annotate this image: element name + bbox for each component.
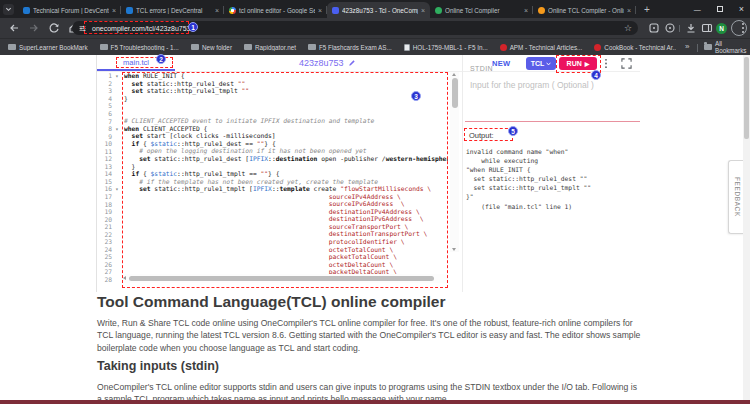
scroll-up-arrow[interactable] (452, 73, 456, 76)
tab-title: 423z8u753 - Tcl - OneCompiler (342, 7, 418, 14)
document-title[interactable]: 423z8u753 (299, 58, 356, 68)
bookmark-icon (594, 44, 601, 51)
document-title-text: 423z8u753 (299, 58, 344, 68)
more-options-icon[interactable] (604, 58, 608, 69)
download-icon[interactable] (685, 22, 697, 34)
bookmark-item[interactable]: New folder (191, 44, 232, 51)
new-button[interactable]: NEW (492, 59, 510, 68)
bookmark-label: APM - Technical Articles... (510, 44, 583, 51)
bookmark-icon (500, 44, 507, 51)
bookmark-icon (308, 44, 316, 50)
language-select-button[interactable]: TCL (526, 57, 556, 70)
address-bar[interactable]: onecompiler.com/tcl/423z8u753 ☆ (72, 21, 638, 35)
url-text[interactable]: onecompiler.com/tcl/423z8u753 (92, 25, 190, 32)
editor-gutter: 1▾2345678▾910111213141516▾17181920212223… (97, 72, 124, 284)
minimize-button[interactable]: — (694, 6, 701, 13)
back-button[interactable] (8, 22, 20, 34)
output-line: set static::http_rule1_dest "" (466, 174, 591, 183)
bookmarks-divider (697, 44, 698, 52)
close-window-button[interactable]: × (739, 4, 744, 14)
browser-tab[interactable]: 423z8u753 - Tcl - OneCompiler × (327, 2, 430, 18)
side-panel-icon[interactable] (701, 22, 713, 34)
browser-tab[interactable]: Online TCL Compiler - Online TCL C × (533, 2, 636, 18)
run-label: RUN (567, 60, 582, 67)
play-icon: ▶ (585, 60, 590, 67)
bookmark-item[interactable]: F5 Troubleshooting - 1... (100, 44, 179, 51)
fullscreen-icon[interactable] (621, 58, 632, 69)
stdin-output-divider (465, 121, 640, 122)
bookmark-item[interactable]: CookBook - Technical Ar... (594, 44, 676, 51)
tab-favicon-icon (435, 7, 442, 14)
output-line: }" (466, 192, 591, 201)
output-label: Output: (469, 131, 494, 140)
editor-vertical-scrollbar[interactable] (450, 72, 459, 252)
bookmark-star-icon[interactable]: ☆ (624, 24, 632, 33)
editor-horizontal-scrollbar[interactable] (123, 274, 448, 283)
scrollbar-thumb[interactable] (452, 78, 458, 108)
scroll-left-arrow[interactable] (123, 276, 126, 280)
forward-button[interactable] (28, 22, 40, 34)
tab-favicon-icon (229, 7, 236, 14)
tab-title: Online TCL Compiler - Online TCL C (548, 7, 624, 14)
tab-close-icon[interactable]: × (215, 7, 219, 14)
all-bookmarks-label: All Bookmarks (715, 40, 750, 54)
scrollbar-thumb[interactable] (744, 57, 749, 139)
bottom-edge-bar (0, 400, 750, 404)
bookmark-icon (191, 44, 199, 50)
browser-tabbar: Technical Forum | DevCentral × TCL error… (0, 0, 750, 18)
bookmark-item[interactable]: Rapidgator.net (244, 44, 296, 51)
onecompiler-page: main.tcl 423z8u753 NEW TCL RUN ▶ 1▾23456… (0, 55, 750, 404)
browser-tab[interactable]: Online Tcl Compiler × (430, 2, 533, 18)
scrollbar-thumb[interactable] (129, 276, 434, 281)
tab-search-button[interactable] (3, 4, 14, 15)
toolbar-divider (679, 25, 680, 32)
stdin-input[interactable]: Input for the program ( Optional ) (470, 80, 635, 90)
bookmark-icon (8, 44, 16, 50)
all-bookmarks-button[interactable]: All Bookmarks (704, 40, 750, 54)
maximize-button[interactable] (717, 6, 723, 12)
file-tab-label: main.tcl (123, 58, 149, 67)
tab-close-icon[interactable]: × (524, 7, 528, 14)
tune-icon[interactable] (78, 24, 87, 33)
tab-close-icon[interactable]: × (318, 7, 322, 14)
browser-tab[interactable]: tcl online editor - Google Search × (224, 2, 327, 18)
scroll-down-arrow[interactable] (452, 248, 456, 251)
tab-title: tcl online editor - Google Search (239, 7, 315, 14)
tab-favicon-icon (126, 7, 133, 14)
chevron-down-icon (5, 6, 12, 13)
tab-close-icon[interactable]: × (421, 7, 425, 14)
reload-button[interactable] (48, 22, 60, 34)
edit-pencil-icon[interactable] (348, 59, 356, 67)
extension-icon[interactable] (664, 22, 676, 34)
extension-icon[interactable] (648, 22, 660, 34)
new-tab-button[interactable]: + (644, 5, 650, 15)
profile-avatar[interactable]: N (716, 23, 727, 34)
bookmark-item[interactable]: HOL-1759-MBL-1 - F5 In... (404, 44, 488, 51)
browser-tab[interactable]: Technical Forum | DevCentral × (18, 2, 121, 18)
panel-border (462, 55, 463, 292)
tab-close-icon[interactable]: × (112, 7, 116, 14)
browser-window: Technical Forum | DevCentral × TCL error… (0, 0, 750, 404)
browser-menu-icon[interactable] (737, 22, 749, 34)
bookmarks-overflow-button[interactable]: » (685, 42, 689, 51)
tab-favicon-icon (538, 7, 545, 14)
chevron-down-icon (546, 62, 551, 66)
bookmark-icon (244, 44, 252, 50)
tab-close-icon[interactable]: × (627, 7, 631, 14)
run-button[interactable]: RUN ▶ (559, 57, 597, 70)
tab-favicon-icon (332, 7, 339, 14)
tab-title: Technical Forum | DevCentral (33, 7, 109, 14)
browser-tab[interactable]: TCL errors | DevCentral × (121, 2, 224, 18)
page-scrollbar[interactable] (743, 55, 750, 404)
bookmark-label: F5 Flashcards Exam AS... (319, 44, 392, 51)
intro-paragraph: Write, Run & Share TCL code online using… (97, 317, 643, 354)
tab-favicon-icon (23, 7, 30, 14)
tab-title: Online Tcl Compiler (445, 7, 521, 14)
bookmark-label: New folder (202, 44, 232, 51)
bookmark-item[interactable]: SuperLearner BookMark (8, 44, 88, 51)
bookmark-label: F5 Troubleshooting - 1... (111, 44, 179, 51)
bookmark-item[interactable]: F5 Flashcards Exam AS... (308, 44, 392, 51)
bookmark-item[interactable]: APM - Technical Articles... (500, 44, 583, 51)
editor-code[interactable]: when RULE_INIT { set static::http_rule1_… (124, 72, 448, 284)
file-tab-main-tcl[interactable]: main.tcl (97, 55, 175, 71)
